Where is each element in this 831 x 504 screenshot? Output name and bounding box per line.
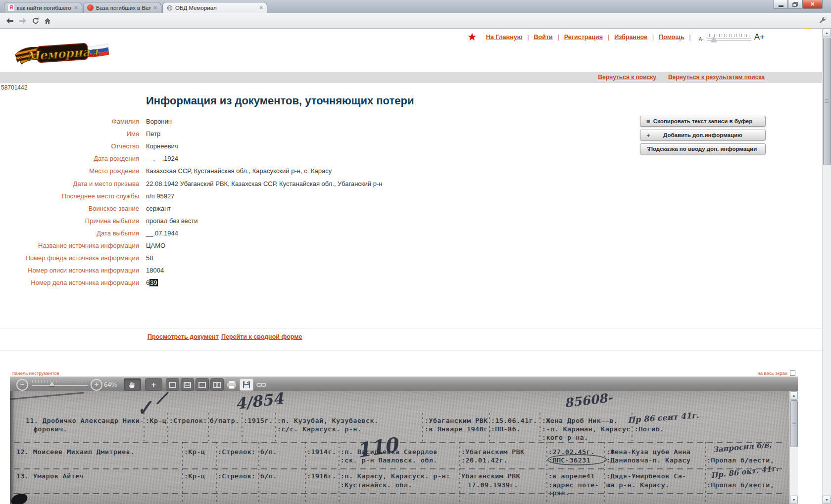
- plus-magnifier-icon: +: [151, 380, 156, 389]
- action-button[interactable]: ?Подсказка по вводу доп. информации: [640, 143, 766, 154]
- font-smaller-label[interactable]: A-: [699, 37, 704, 42]
- field-label: Название источника информации: [0, 242, 139, 249]
- field-value-selected: 39: [149, 279, 157, 286]
- window-close-button[interactable]: ✕: [802, 0, 823, 9]
- window-restore-button[interactable]: [788, 0, 802, 9]
- browser-tab[interactable]: База погибших в Великой✕: [83, 2, 161, 13]
- zoom-slider-ticks: [32, 380, 88, 383]
- red-dot-icon: [87, 4, 94, 11]
- reload-button[interactable]: [30, 15, 42, 26]
- scroll-up-button[interactable]: ▲: [790, 391, 798, 400]
- return-link[interactable]: Вернуться к поиску: [598, 74, 656, 81]
- link-button[interactable]: [254, 378, 268, 391]
- site-nav-link[interactable]: Избранное: [614, 34, 647, 41]
- nav-separator: |: [608, 34, 609, 41]
- zoom-select-tool-button[interactable]: +: [145, 378, 162, 391]
- tab-close-icon[interactable]: ✕: [153, 5, 157, 10]
- field-value: 22.08.1942 Убаганский РВК, Казахская ССР…: [146, 180, 382, 187]
- action-button[interactable]: ≡Скопировать текст записи в буфер: [640, 116, 766, 127]
- scan-text: б/п.: [260, 448, 277, 456]
- home-icon: [44, 17, 51, 25]
- scan-row-separator: [14, 493, 782, 494]
- tab-title: как найти погибшего на в: [17, 5, 72, 11]
- scroll-down-button[interactable]: ▼: [823, 496, 831, 504]
- font-larger-label[interactable]: A+: [754, 32, 765, 42]
- doc-link[interactable]: Перейти к сводной форме: [221, 333, 302, 340]
- hand-icon: [129, 381, 136, 389]
- tab-close-icon[interactable]: ✕: [259, 5, 263, 10]
- font-size-slider[interactable]: [707, 34, 751, 42]
- hand-tool-button[interactable]: [124, 378, 141, 391]
- scan-row-separator: [14, 468, 782, 469]
- home-button[interactable]: [42, 15, 53, 26]
- window-minimize-button[interactable]: [774, 0, 788, 9]
- zoom-out-button[interactable]: −: [16, 379, 28, 391]
- site-logo[interactable]: Мемориал: [12, 38, 111, 69]
- scan-text: :Погиб.: [635, 425, 664, 433]
- tab-close-icon[interactable]: ✕: [74, 5, 78, 10]
- scan-handwriting: ✓: [134, 395, 154, 420]
- scan-text: :Стрелок:: [169, 417, 207, 424]
- site-nav-link[interactable]: Регистрация: [564, 34, 603, 41]
- scan-text: :Стрелок:: [218, 472, 256, 480]
- scan-text: :Кр-ц: [184, 448, 205, 456]
- field-value: 639: [146, 279, 158, 286]
- page-scrollbar[interactable]: ▲ ▼: [822, 29, 831, 504]
- site-nav-link[interactable]: На Главную: [486, 34, 523, 41]
- scan-column-separator: [539, 413, 540, 442]
- fit-page-button[interactable]: [166, 378, 179, 391]
- scan-crease: [10, 391, 15, 504]
- scan-text: 13. Умаров Айтеч: [16, 472, 84, 480]
- return-link[interactable]: Вернуться к результатам поиска: [668, 74, 765, 81]
- save-button[interactable]: [240, 378, 253, 391]
- wrench-menu-button[interactable]: [817, 15, 829, 26]
- fullscreen-checkbox[interactable]: [790, 370, 795, 376]
- scan-crease-line: [10, 392, 84, 400]
- scan-column-separator: [275, 413, 276, 442]
- one-to-one-icon: 1:1: [184, 382, 191, 388]
- scan-text: б/п.: [260, 472, 277, 480]
- nav-separator: |: [527, 34, 529, 41]
- site-nav-link[interactable]: Войти: [534, 34, 553, 41]
- scan-text: :20.01.42г.: [461, 457, 508, 464]
- field-label: Отчество: [0, 142, 139, 150]
- zoom-in-button[interactable]: +: [91, 379, 102, 391]
- scan-text: :Стрелок:: [218, 448, 256, 456]
- action-button-label: Подсказка по вводу доп. информации: [649, 146, 757, 152]
- fit-width-button[interactable]: ↔: [196, 378, 209, 391]
- browser-tab[interactable]: Якак найти погибшего на в✕: [4, 2, 82, 13]
- nav-separator: |: [652, 34, 654, 41]
- scrollbar-thumb[interactable]: [823, 38, 831, 165]
- scan-text: 12. Моисеев Михаил Дмитриев.: [16, 448, 135, 456]
- field-label: Воинское звание: [0, 205, 139, 212]
- back-button[interactable]: [4, 15, 16, 26]
- slider-thumb[interactable]: [711, 36, 717, 42]
- forward-button[interactable]: [17, 15, 29, 26]
- fit-height-button[interactable]: ][: [210, 378, 224, 391]
- browser-titlebar: Якак найти погибшего на в✕База погибших …: [0, 0, 831, 13]
- scan-handwriting: 4/854: [234, 391, 284, 413]
- scan-text: :адрес поте-: [548, 481, 599, 489]
- scan-text: :кого р-на.: [542, 434, 588, 441]
- scan-text: б/патр.: [210, 417, 240, 424]
- site-nav-link[interactable]: Помощь: [659, 34, 684, 41]
- scan-column-separator: [422, 413, 423, 442]
- action-button[interactable]: +Добавить доп.информацию: [640, 130, 766, 140]
- field-value: п/п 95927: [146, 192, 174, 200]
- scroll-up-button[interactable]: ▲: [823, 29, 831, 37]
- zoom-slider-thumb[interactable]: [49, 381, 55, 386]
- scroll-down-button[interactable]: ▼: [790, 496, 798, 504]
- actual-size-button[interactable]: 1:1: [181, 378, 194, 391]
- print-button[interactable]: [225, 378, 239, 391]
- scanned-document[interactable]: 11. Дробичко Александр Ники-:Кр-ц:Стрело…: [10, 391, 798, 504]
- field-label: Последнее место службы: [0, 192, 139, 200]
- field-value: Корнеевич: [146, 142, 178, 150]
- scrollbar-thumb[interactable]: [790, 400, 798, 447]
- doc-link[interactable]: Просмотреть документ: [147, 333, 219, 340]
- nav-separator: |: [558, 34, 559, 41]
- zoom-slider[interactable]: [32, 380, 88, 389]
- scan-text: :Даниловча-п. Карасу: [606, 457, 691, 464]
- field-value: Воронин: [146, 118, 172, 125]
- browser-tab[interactable]: ОБД Мемориал✕: [162, 2, 267, 13]
- viewer-scrollbar[interactable]: ▲ ▼: [789, 391, 798, 504]
